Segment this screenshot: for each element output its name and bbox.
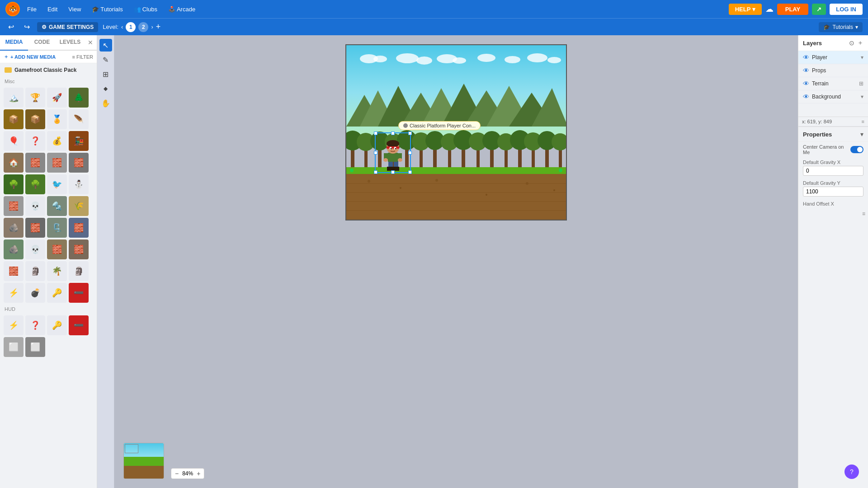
media-item[interactable]: 🔩 xyxy=(47,196,67,216)
layer-player[interactable]: 👁 Player ▾ xyxy=(798,51,868,64)
mini-preview[interactable] xyxy=(123,443,164,479)
level-2-badge[interactable]: 2 xyxy=(138,22,148,32)
tab-media[interactable]: MEDIA xyxy=(0,35,28,51)
cloud-icon: ☁ xyxy=(765,4,774,14)
media-item[interactable]: 🏆 xyxy=(25,88,45,108)
layer-terrain[interactable]: 👁 Terrain ⊞ xyxy=(798,77,868,90)
media-item[interactable]: 🚀 xyxy=(47,88,67,108)
media-item[interactable]: 🚂 xyxy=(69,131,89,151)
gravity-x-input[interactable] xyxy=(803,166,863,176)
media-item[interactable]: 🏠 xyxy=(4,153,24,173)
chevron-down-icon[interactable]: ▾ xyxy=(861,54,863,61)
logo[interactable]: 🐯 xyxy=(5,2,20,16)
game-settings-button[interactable]: ⚙ GAME SETTINGS xyxy=(37,22,98,32)
panel-close-button[interactable]: ✕ xyxy=(84,35,97,50)
tab-code[interactable]: CODE xyxy=(28,35,56,50)
tab-levels[interactable]: LEVELS xyxy=(56,35,84,50)
login-button[interactable]: LOG IN xyxy=(830,4,863,15)
eraser-tool-button[interactable]: ◆ xyxy=(99,82,112,95)
layer-background[interactable]: 👁 Background ▾ xyxy=(798,90,868,103)
media-item[interactable]: 🧱 xyxy=(4,196,24,216)
help-button[interactable]: HELP ▾ xyxy=(729,4,762,15)
tooltip-text: Classic Platform Player Con... xyxy=(410,123,476,128)
layer-props[interactable]: 👁 Props xyxy=(798,64,868,77)
chevron-down-icon[interactable]: ▾ xyxy=(861,94,863,100)
media-item[interactable]: 🗿 xyxy=(25,261,45,281)
media-item[interactable]: 📦 xyxy=(25,109,45,129)
media-item[interactable]: 🏔️ xyxy=(4,88,24,108)
media-item[interactable]: 🌴 xyxy=(47,261,67,281)
add-media-button[interactable]: ＋ + ADD NEW MEDIA xyxy=(4,53,56,60)
media-item[interactable]: 🧱 xyxy=(47,153,67,173)
media-item[interactable]: 🧱 xyxy=(25,153,45,173)
category-hud: HUD xyxy=(0,305,97,314)
media-item[interactable]: 🐦 xyxy=(47,174,67,194)
media-item[interactable]: 📦 xyxy=(4,109,24,129)
media-item[interactable]: 🪨 xyxy=(4,239,24,259)
tutorials-button[interactable]: 🎓 Tutorials ▾ xyxy=(819,22,863,32)
nav-file[interactable]: File xyxy=(24,4,40,14)
properties-collapse-button[interactable]: ▾ xyxy=(860,131,863,138)
nav-clubs[interactable]: 👥 Clubs xyxy=(130,4,161,14)
chevron-right-icon[interactable]: › xyxy=(151,23,153,30)
media-item[interactable]: 🧱 xyxy=(69,153,89,173)
media-item[interactable]: 🎈 xyxy=(4,131,24,151)
media-item[interactable]: ⬜ xyxy=(4,337,24,357)
media-item[interactable]: ⚡ xyxy=(4,283,24,303)
media-item[interactable]: ⬜ xyxy=(25,337,45,357)
redo-button[interactable]: ↪ xyxy=(21,22,33,32)
gravity-y-input[interactable] xyxy=(803,187,863,197)
media-item[interactable]: ⚡ xyxy=(4,315,24,335)
media-item[interactable]: 🔑 xyxy=(47,283,67,303)
media-item[interactable]: 🧱 xyxy=(69,239,89,259)
zoom-out-button[interactable]: − xyxy=(175,470,179,477)
media-item[interactable]: 🧱 xyxy=(25,218,45,238)
filter-button[interactable]: ≡ FILTER xyxy=(72,54,94,60)
media-item[interactable]: ❓ xyxy=(25,315,45,335)
nav-arcade[interactable]: 🕹️ Arcade xyxy=(165,4,199,14)
select-tool-button[interactable]: ↖ xyxy=(99,39,112,52)
layers-add-button[interactable]: ＋ xyxy=(857,39,863,47)
media-item[interactable]: ❓ xyxy=(25,131,45,151)
transform-tool-button[interactable]: ⊞ xyxy=(99,68,112,80)
media-item[interactable]: 🌾 xyxy=(69,196,89,216)
media-item[interactable]: 🌲 xyxy=(69,88,89,108)
play-button[interactable]: PLAY xyxy=(777,4,808,15)
media-item[interactable]: 💣 xyxy=(25,283,45,303)
media-item[interactable]: ⛄ xyxy=(69,174,89,194)
nav-view[interactable]: View xyxy=(65,4,85,14)
nav-tutorials[interactable]: 🎓 Tutorials xyxy=(88,4,126,14)
zoom-in-button[interactable]: + xyxy=(197,470,200,477)
media-item[interactable]: 🌳 xyxy=(25,174,45,194)
media-item[interactable]: 🧱 xyxy=(47,239,67,259)
player-sprite[interactable] xyxy=(380,139,405,171)
media-item[interactable]: 🗿 xyxy=(69,261,89,281)
level-1-badge[interactable]: 1 xyxy=(126,22,136,32)
media-item[interactable]: 🌳 xyxy=(4,174,24,194)
layers-target-button[interactable]: ⊙ xyxy=(849,39,854,47)
media-item[interactable]: ➖ xyxy=(69,283,89,303)
undo-button[interactable]: ↩ xyxy=(5,22,17,32)
nav-edit[interactable]: Edit xyxy=(44,4,61,14)
media-item[interactable]: 🏅 xyxy=(47,109,67,129)
media-item[interactable]: ➖ xyxy=(69,315,89,335)
center-camera-toggle[interactable] xyxy=(850,146,863,153)
svg-point-62 xyxy=(398,158,402,162)
eye-icon: 👁 xyxy=(803,67,809,74)
hand-tool-button[interactable]: ✋ xyxy=(99,97,112,109)
pencil-tool-button[interactable]: ✎ xyxy=(99,53,112,66)
media-item[interactable]: 💀 xyxy=(25,196,45,216)
chevron-left-icon[interactable]: ‹ xyxy=(121,23,123,30)
share-button[interactable]: ↗ xyxy=(812,4,826,15)
add-level-button[interactable]: + xyxy=(156,22,161,32)
media-item[interactable]: 🪶 xyxy=(69,109,89,129)
help-circle-button[interactable]: ? xyxy=(844,465,859,479)
media-item[interactable]: 🗜️ xyxy=(47,218,67,238)
media-item[interactable]: 🧱 xyxy=(69,218,89,238)
media-item[interactable]: 💀 xyxy=(25,239,45,259)
media-item[interactable]: 🔑 xyxy=(47,315,67,335)
media-item[interactable]: 🪨 xyxy=(4,218,24,238)
canvas-viewport[interactable]: Classic Platform Player Con... xyxy=(345,44,567,221)
media-item[interactable]: 💰 xyxy=(47,131,67,151)
media-item[interactable]: 🧱 xyxy=(4,261,24,281)
